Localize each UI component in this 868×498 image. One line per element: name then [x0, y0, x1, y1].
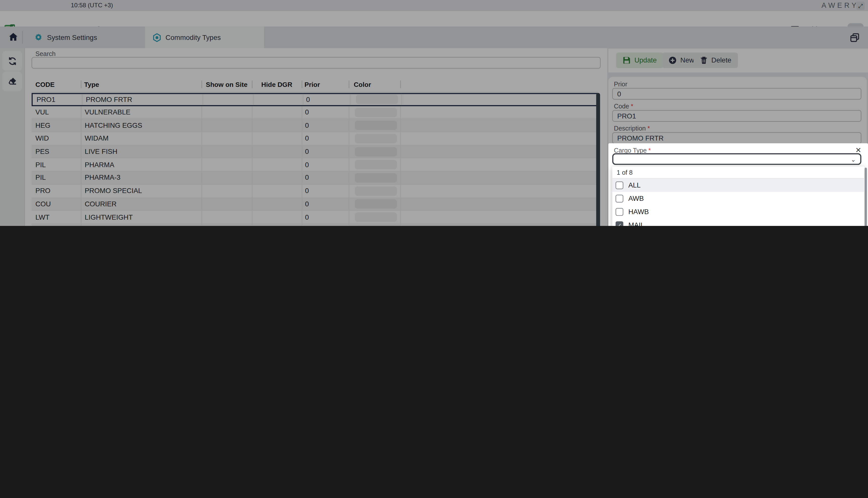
option-label: HAWB: [629, 208, 649, 216]
checkbox[interactable]: [616, 208, 623, 216]
checkbox[interactable]: [616, 182, 623, 189]
option-label: MAIL: [629, 221, 645, 226]
option-label: ALL: [629, 182, 641, 189]
option-label: AWB: [629, 195, 644, 202]
cargo-type-option[interactable]: ✓ MAIL: [612, 219, 864, 226]
selection-counter: 1 of 8: [612, 167, 864, 178]
cargo-type-popup: Cargo Type* ✕ ⌄ 1 of 8 ALL AWB HAWB ✓ MA…: [608, 143, 868, 226]
cargo-type-label: Cargo Type*: [614, 147, 651, 154]
cargo-type-dropdown: 1 of 8 ALL AWB HAWB ✓ MAIL BOL HBL RWB M…: [612, 167, 864, 226]
dropdown-scrollbar[interactable]: [865, 168, 867, 226]
required-asterisk: *: [648, 147, 651, 154]
cargo-type-input[interactable]: ⌄: [612, 153, 861, 165]
cargo-type-option-list: ALL AWB HAWB ✓ MAIL BOL HBL RWB MBL: [612, 178, 864, 226]
cargo-type-option[interactable]: HAWB: [612, 205, 864, 219]
checkbox[interactable]: ✓: [616, 221, 623, 226]
checkbox[interactable]: [616, 195, 623, 202]
cargo-type-option[interactable]: ALL: [612, 179, 864, 192]
chevron-down-icon: ⌄: [851, 156, 856, 162]
cargo-type-option[interactable]: AWB: [612, 192, 864, 205]
app-window: 10:58 (UTC +3) AWERY ⤢ AWERY SUPPORT: [0, 0, 868, 226]
